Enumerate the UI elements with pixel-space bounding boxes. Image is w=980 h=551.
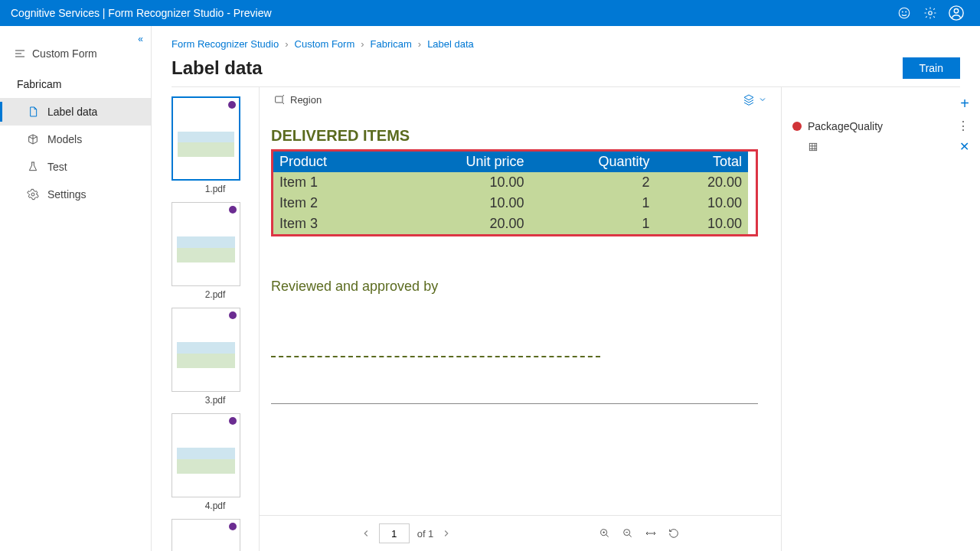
document-canvas[interactable]: DELIVERED ITEMS Product Unit price Quant… [260,112,781,515]
page-title: Label data [172,57,903,79]
thumbnail-strip: 1.pdf 2.pdf 3.pdf 4.pdf 5.pdf [152,87,259,551]
fit-width-icon[interactable] [645,527,657,540]
document-icon [26,105,40,119]
col-qty: Quantity [531,152,656,172]
svg-point-2 [906,11,906,12]
thumb-label: 1.pdf [172,184,259,194]
col-total: Total [656,152,749,172]
table-row: Item 320.00110.00 [273,214,748,234]
sidebar-item-label: Test [47,161,67,173]
zoom-out-icon[interactable] [622,527,634,540]
sidebar-item-label-data[interactable]: Label data [0,98,151,126]
add-label-button[interactable]: + [960,95,969,112]
label-row[interactable]: PackageQuality ⋮ [792,119,969,133]
region-button[interactable]: Region [273,93,322,106]
settings-icon[interactable] [917,0,943,26]
collapse-sidebar-icon[interactable]: « [138,34,143,44]
sidebar-main-label: Custom Form [32,47,97,60]
sidebar-item-label: Settings [47,188,87,201]
layers-icon [743,93,755,106]
label-name: PackageQuality [808,120,951,132]
table-row: Item 210.00110.00 [273,193,748,214]
app-header: Cognitive Services | Form Recognizer Stu… [0,0,980,26]
thumb-1[interactable]: 1.pdf [172,96,259,194]
status-dot-icon [229,417,237,425]
table-selection-box[interactable]: Product Unit price Quantity Total Item 1… [271,149,758,236]
doc-toolbar: Region [260,87,781,112]
page-input[interactable] [379,523,410,543]
status-dot-icon [229,523,237,530]
thumb-label: 4.pdf [172,500,259,511]
cube-icon [26,132,40,146]
label-subrow: ✕ [792,139,969,154]
sidebar-item-label: Models [47,133,82,145]
sidebar-item-models[interactable]: Models [0,126,151,153]
region-label: Region [290,94,322,106]
sidebar: « Custom Form Fabricam Label data Models… [0,26,152,551]
svg-rect-13 [809,143,816,150]
approved-text: Reviewed and approved by [271,279,758,295]
thumb-label: 2.pdf [172,289,259,300]
more-icon[interactable]: ⋮ [957,119,969,133]
svg-point-5 [954,9,959,14]
label-color-dot [792,122,802,131]
crumb-custom[interactable]: Custom Form [295,38,355,50]
col-unit: Unit price [391,152,531,172]
next-page-icon[interactable] [441,528,452,539]
labels-panel: + PackageQuality ⋮ ✕ [781,87,980,551]
zoom-in-icon[interactable] [599,527,611,540]
status-dot-icon [228,101,236,109]
thumb-5[interactable]: 5.pdf [172,519,259,551]
page-of: of 1 [417,528,434,540]
status-dot-icon [229,206,237,214]
crumb-project[interactable]: Fabricam [371,38,412,50]
signature-line [271,356,600,357]
col-product: Product [273,152,391,172]
svg-point-0 [899,8,910,18]
chevron-down-icon [758,95,767,104]
svg-point-1 [902,11,903,12]
status-dot-icon [229,311,237,319]
pager: of 1 [361,523,452,543]
table-icon [808,142,818,152]
thumb-label: 3.pdf [172,395,259,406]
layers-button[interactable] [743,93,767,106]
app-title: Cognitive Services | Form Recognizer Stu… [11,7,891,19]
svg-point-9 [31,193,34,196]
thumb-3[interactable]: 3.pdf [172,308,259,406]
sidebar-item-settings[interactable]: Settings [0,181,151,208]
flask-icon [26,160,40,174]
delivered-items-table: Product Unit price Quantity Total Item 1… [273,152,748,234]
table-row: Item 110.00220.00 [273,172,748,193]
train-button[interactable]: Train [903,57,960,79]
doc-footer: of 1 [260,515,781,551]
crumb-studio[interactable]: Form Recognizer Studio [172,38,279,50]
rotate-icon[interactable] [668,527,680,540]
gear-icon [26,187,40,201]
region-icon [273,93,286,106]
close-icon[interactable]: ✕ [959,139,969,154]
crumb-current[interactable]: Label data [427,38,474,50]
thumb-4[interactable]: 4.pdf [172,413,259,511]
svg-point-3 [929,11,933,15]
feedback-icon[interactable] [891,0,917,26]
sidebar-main[interactable]: Custom Form [0,40,151,67]
sidebar-project[interactable]: Fabricam [0,67,151,98]
thumb-2[interactable]: 2.pdf [172,202,259,300]
account-icon[interactable] [943,0,969,26]
breadcrumb: Form Recognizer Studio› Custom Form› Fab… [172,38,960,50]
doc-divider [271,403,758,404]
sidebar-item-test[interactable]: Test [0,153,151,181]
prev-page-icon[interactable] [361,528,371,539]
svg-rect-10 [276,96,283,103]
doc-section-heading: DELIVERED ITEMS [271,127,758,145]
sidebar-item-label: Label data [47,106,97,118]
